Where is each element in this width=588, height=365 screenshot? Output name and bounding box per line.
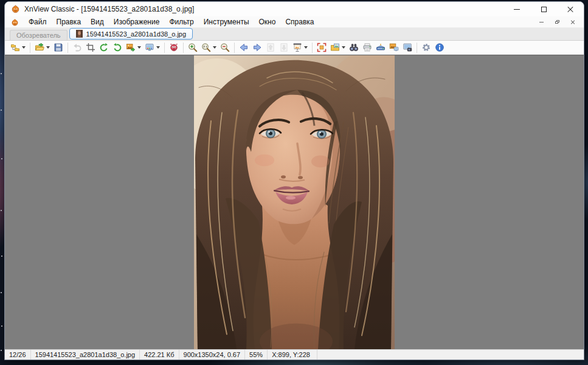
- dropdown-caret-icon[interactable]: [342, 46, 345, 49]
- wallpaper-icon: [389, 43, 399, 52]
- red-eye-icon: [169, 43, 179, 52]
- minimize-button[interactable]: [503, 2, 530, 16]
- rotate-right-icon: [112, 43, 122, 52]
- tab-browser[interactable]: Обозреватель: [10, 30, 67, 40]
- zoom-out-button[interactable]: [219, 41, 231, 54]
- open-button[interactable]: [33, 41, 51, 54]
- mdi-close-icon: [570, 19, 575, 24]
- zoom-out-icon: [220, 43, 230, 52]
- dropdown-caret-icon[interactable]: [46, 46, 50, 49]
- menu-item-window[interactable]: Окно: [254, 18, 281, 26]
- last-button[interactable]: [278, 41, 290, 54]
- status-bar: 12/26 15941415523_a2801a1d38_o.jpg 422.2…: [5, 349, 584, 360]
- rotate-right-button[interactable]: [111, 41, 123, 54]
- fullscreen-icon: [317, 43, 327, 52]
- status-zoom-level: 55%: [245, 350, 268, 360]
- portrait-photo: [194, 55, 395, 349]
- tab-bar: Обозреватель 15941415523_a2801a1d38_o.jp…: [5, 28, 584, 41]
- menu-item-view[interactable]: Вид: [86, 18, 109, 26]
- toolbar-separator: [164, 43, 165, 53]
- info-icon: [435, 43, 444, 52]
- fullscreen-button[interactable]: [316, 41, 328, 54]
- scan-button[interactable]: [375, 41, 387, 54]
- menu-item-filter[interactable]: Фильтр: [164, 18, 198, 26]
- adjust-button[interactable]: [144, 41, 161, 54]
- dropdown-caret-icon[interactable]: [213, 46, 216, 49]
- toolbar: [5, 41, 584, 55]
- status-filesize: 422.21 Кб: [140, 350, 179, 360]
- dropdown-caret-icon[interactable]: [22, 46, 26, 49]
- tab-image-label: 15941415523_a2801a1d38_o.jpg: [86, 30, 187, 38]
- folder-tree-icon: [10, 43, 20, 52]
- dropdown-caret-icon[interactable]: [304, 46, 308, 49]
- zoom-in-button[interactable]: [187, 41, 199, 54]
- browser-button[interactable]: [9, 41, 27, 54]
- zoom-icon: [201, 43, 211, 52]
- printer-icon: [362, 43, 372, 52]
- toolbar-separator: [312, 43, 313, 53]
- page-up-icon: [266, 43, 275, 52]
- zoom-button[interactable]: [200, 41, 218, 54]
- export-icon: [330, 43, 340, 52]
- mdi-minimize-button[interactable]: [538, 18, 545, 26]
- previous-button[interactable]: [238, 41, 250, 54]
- convert-icon: [126, 43, 136, 52]
- info-button[interactable]: [434, 41, 446, 54]
- window-controls: [503, 2, 584, 16]
- mdi-child-icon: [11, 18, 19, 26]
- close-button[interactable]: [557, 2, 584, 16]
- binoculars-icon: [349, 43, 359, 52]
- toolbar-separator: [67, 43, 68, 53]
- mdi-window-controls: [538, 18, 584, 26]
- undo-button[interactable]: [71, 41, 83, 54]
- convert-button[interactable]: [125, 41, 142, 54]
- xnview-window: XnView Classic - [15941415523_a2801a1d38…: [4, 1, 584, 360]
- menu-item-help[interactable]: Справка: [280, 18, 319, 26]
- slideshow-icon: [292, 43, 302, 52]
- xnview-logo-icon: [11, 5, 20, 14]
- toolbar-separator: [234, 43, 235, 53]
- rotate-left-button[interactable]: [98, 41, 110, 54]
- capture-button[interactable]: [401, 41, 413, 54]
- menu-item-edit[interactable]: Правка: [52, 18, 86, 26]
- close-icon: [567, 5, 574, 13]
- rotate-left-icon: [99, 43, 109, 52]
- image-viewport[interactable]: [5, 55, 584, 349]
- display-adjust-icon: [145, 43, 154, 52]
- dropdown-caret-icon[interactable]: [156, 46, 160, 49]
- settings-button[interactable]: [420, 41, 432, 54]
- mdi-close-button[interactable]: [569, 18, 576, 26]
- tab-image[interactable]: 15941415523_a2801a1d38_o.jpg: [69, 28, 193, 40]
- maximize-button[interactable]: [530, 2, 557, 16]
- maximize-icon: [541, 7, 547, 12]
- next-button[interactable]: [251, 41, 263, 54]
- search-button[interactable]: [348, 41, 360, 54]
- print-button[interactable]: [361, 41, 373, 54]
- window-title: XnView Classic - [15941415523_a2801a1d38…: [24, 5, 194, 13]
- status-image-index: 12/26: [5, 350, 31, 360]
- red-eye-button[interactable]: [168, 41, 180, 54]
- desktop-icon-fragments: [1, 73, 2, 74]
- mdi-minimize-icon: [539, 22, 544, 23]
- menu-item-tools[interactable]: Инструменты: [199, 18, 254, 26]
- crop-button[interactable]: [85, 41, 97, 54]
- first-button[interactable]: [265, 41, 277, 54]
- save-button[interactable]: [52, 41, 64, 54]
- menu-item-image[interactable]: Изображение: [109, 18, 165, 26]
- dropdown-caret-icon[interactable]: [137, 46, 141, 49]
- menu-bar: Файл Правка Вид Изображение Фильтр Инстр…: [5, 16, 584, 28]
- undo-icon: [72, 43, 82, 52]
- scanner-icon: [376, 43, 386, 52]
- gear-icon: [421, 43, 431, 52]
- zoom-in-icon: [188, 43, 198, 52]
- export-button[interactable]: [329, 41, 347, 54]
- folder-open-icon: [35, 43, 44, 52]
- image-thumbnail-icon: [76, 30, 83, 38]
- status-dimensions: 900x1350x24, 0.67: [179, 350, 246, 360]
- mdi-restore-icon: [555, 20, 559, 24]
- slideshow-button[interactable]: [291, 41, 309, 54]
- menu-item-file[interactable]: Файл: [24, 18, 52, 26]
- wallpaper-button[interactable]: [388, 41, 400, 54]
- mdi-restore-button[interactable]: [553, 18, 561, 26]
- tab-browser-label: Обозреватель: [16, 32, 61, 39]
